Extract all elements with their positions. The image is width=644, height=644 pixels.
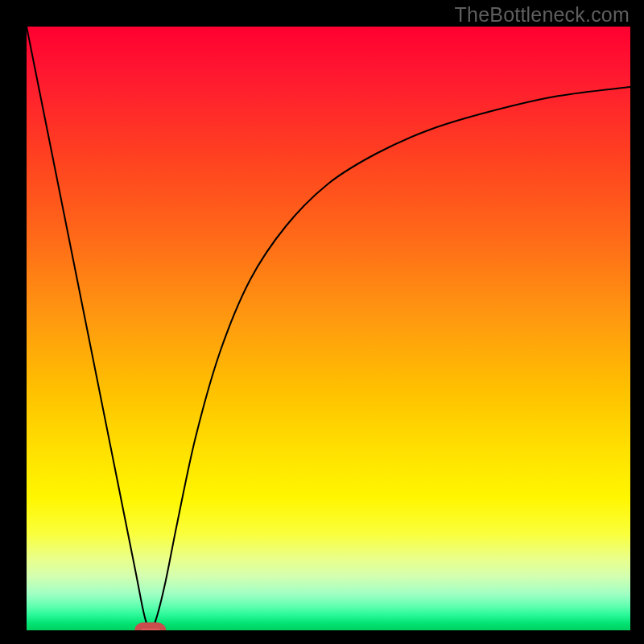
chart-plot-area — [27, 27, 630, 630]
chart-frame: TheBottleneck.com — [0, 0, 644, 644]
watermark-text: TheBottleneck.com — [455, 3, 630, 27]
chart-background-gradient — [27, 27, 630, 630]
